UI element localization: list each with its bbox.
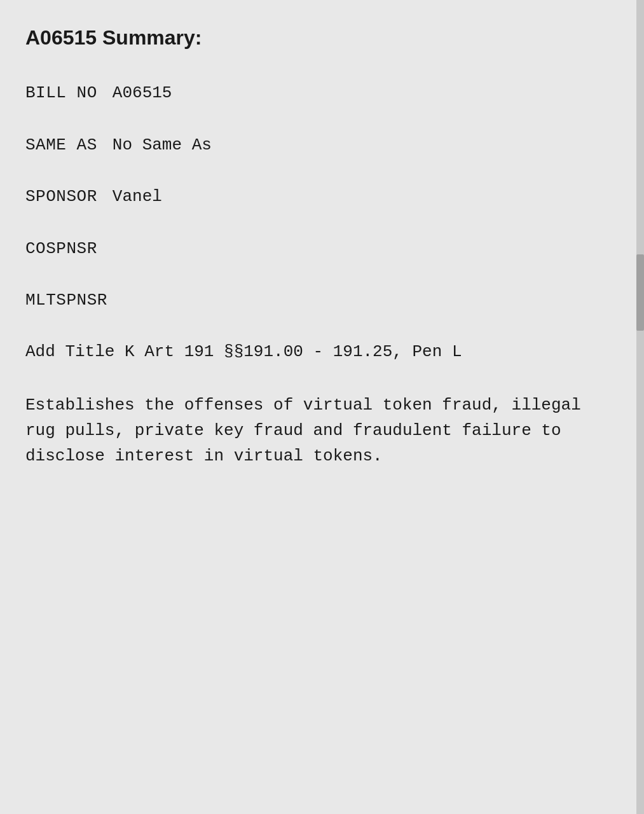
sponsor-value: Vanel — [113, 185, 162, 208]
same-as-label: SAME AS — [25, 134, 97, 156]
description-section: Establishes the offenses of virtual toke… — [25, 392, 619, 469]
law-section-value: Add Title K Art 191 §§191.00 - 191.25, P… — [25, 340, 619, 363]
cospnsr-inline: COSPNSR — [25, 237, 619, 260]
sponsor-label: SPONSOR — [25, 185, 97, 208]
same-as-inline: SAME AS No Same As — [25, 134, 619, 156]
description-text: Establishes the offenses of virtual toke… — [25, 392, 619, 469]
scrollbar-thumb[interactable] — [636, 254, 644, 331]
page-container: A06515 Summary: BILL NO A06515 SAME AS N… — [0, 0, 644, 814]
bill-no-row: BILL NO A06515 — [25, 81, 619, 104]
sponsor-inline: SPONSOR Vanel — [25, 185, 619, 208]
page-title: A06515 Summary: — [25, 25, 619, 50]
cospnsr-label: COSPNSR — [25, 237, 97, 260]
mltspnsr-inline: MLTSPNSR — [25, 289, 619, 312]
bill-no-inline: BILL NO A06515 — [25, 81, 619, 104]
bill-no-label: BILL NO — [25, 81, 97, 104]
scrollbar[interactable] — [636, 0, 644, 814]
sponsor-row: SPONSOR Vanel — [25, 185, 619, 208]
law-section-row: Add Title K Art 191 §§191.00 - 191.25, P… — [25, 340, 619, 363]
mltspnsr-row: MLTSPNSR — [25, 289, 619, 312]
cospnsr-row: COSPNSR — [25, 237, 619, 260]
same-as-row: SAME AS No Same As — [25, 134, 619, 156]
same-as-value: No Same As — [113, 134, 212, 156]
mltspnsr-label: MLTSPNSR — [25, 289, 107, 312]
bill-no-value: A06515 — [113, 81, 172, 104]
